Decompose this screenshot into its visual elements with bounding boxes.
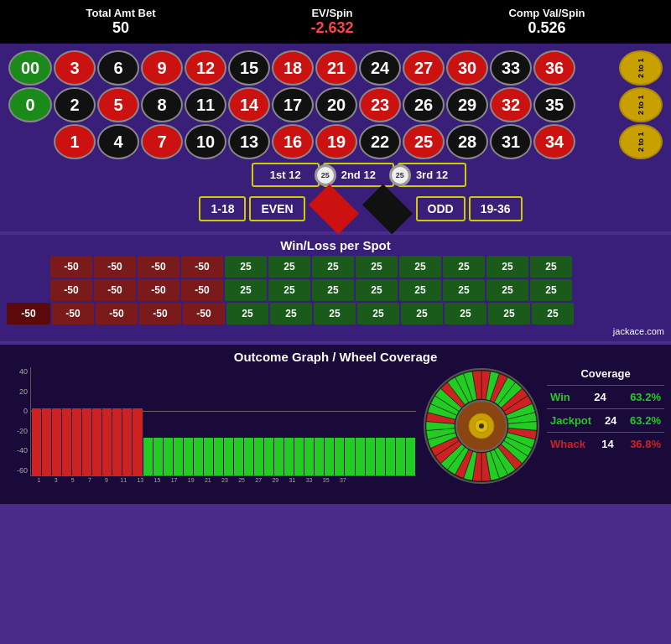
num-11[interactable]: 11 — [185, 87, 226, 122]
num-25[interactable]: 25 — [403, 124, 445, 159]
num-20[interactable]: 20 — [315, 87, 357, 122]
wl-cell: -50 — [94, 279, 136, 301]
diamond-black[interactable] — [362, 184, 413, 234]
wheel-svg — [423, 367, 540, 485]
first-dozen-box[interactable]: 1st 12 — [252, 163, 320, 187]
number-row-3: 1 4 7 10 13 16 19 22 25 28 31 34 — [54, 124, 616, 159]
bar-23 — [254, 438, 263, 475]
num-32[interactable]: 32 — [490, 87, 532, 122]
coverage-win-pct: 63.2% — [630, 391, 661, 403]
side-bet-top[interactable]: 2 to 1 — [619, 50, 663, 86]
winloss-title: Win/Loss per Spot — [7, 238, 664, 252]
single-zero[interactable]: 0 — [8, 87, 52, 122]
coverage-whack-count: 14 — [601, 438, 613, 450]
side-bet-mid[interactable]: 2 to 1 — [619, 87, 663, 122]
num-6[interactable]: 6 — [97, 50, 139, 86]
bar-2 — [42, 408, 51, 475]
bet-even[interactable]: EVEN — [249, 196, 304, 221]
num-30[interactable]: 30 — [446, 50, 488, 86]
bar-38 — [406, 438, 415, 475]
bar-25 — [274, 438, 283, 475]
coverage-win-row: Win 24 63.2% — [547, 387, 664, 407]
num-4[interactable]: 4 — [97, 124, 139, 159]
num-27[interactable]: 27 — [403, 50, 445, 86]
double-zero[interactable]: 00 — [8, 50, 52, 86]
graph-content: 40 20 0 -20 -40 -60 — [7, 367, 664, 497]
bar-37 — [396, 438, 405, 475]
y-label-40: 40 — [7, 367, 30, 376]
num-28[interactable]: 28 — [446, 124, 488, 159]
num-35[interactable]: 35 — [533, 87, 575, 122]
num-17[interactable]: 17 — [272, 87, 314, 122]
bar-22 — [244, 438, 253, 475]
bar-20 — [224, 438, 233, 475]
comp-val-spin-value: 0.526 — [508, 19, 585, 37]
num-18[interactable]: 18 — [272, 50, 314, 86]
num-7[interactable]: 7 — [141, 124, 183, 159]
x-label: 15 — [149, 477, 165, 483]
bar-7 — [92, 408, 101, 475]
num-21[interactable]: 21 — [315, 50, 357, 86]
diamond-red-wrapper[interactable] — [309, 191, 359, 226]
x-label: 5 — [65, 477, 81, 483]
num-29[interactable]: 29 — [446, 87, 488, 122]
wl-cell: 25 — [226, 303, 268, 325]
bottom-bets: 1-18 EVEN ODD 19-36 — [8, 191, 663, 226]
bet-odd[interactable]: ODD — [416, 196, 466, 221]
bar-8 — [102, 408, 112, 475]
graph-title: Outcome Graph / Wheel Coverage — [7, 350, 664, 364]
num-26[interactable]: 26 — [403, 87, 445, 122]
bar-34 — [366, 438, 375, 475]
x-label: 33 — [301, 477, 317, 483]
bar-24 — [264, 438, 273, 475]
num-24[interactable]: 24 — [359, 50, 401, 86]
wl-cell: 25 — [443, 279, 485, 301]
bar-19 — [214, 438, 223, 475]
x-label: 9 — [99, 477, 115, 483]
num-22[interactable]: 22 — [359, 124, 401, 159]
winloss-table: -50 -50 -50 -50 25 25 25 25 25 25 25 25 … — [7, 256, 664, 325]
num-13[interactable]: 13 — [228, 124, 270, 159]
side-bet-bot[interactable]: 2 to 1 — [619, 124, 663, 159]
diamond-black-wrapper[interactable] — [362, 191, 413, 226]
bar-13 — [153, 438, 163, 475]
second-dozen-box[interactable]: 2nd 12 25 — [323, 163, 394, 187]
num-33[interactable]: 33 — [490, 50, 532, 86]
x-label: 31 — [284, 477, 300, 483]
num-36[interactable]: 36 — [533, 50, 575, 86]
bar-6 — [82, 408, 91, 475]
coverage-win-label: Win — [550, 391, 570, 403]
wl-cell: 25 — [312, 256, 354, 278]
num-10[interactable]: 10 — [185, 124, 226, 159]
num-19[interactable]: 19 — [315, 124, 357, 159]
x-label: 17 — [166, 477, 182, 483]
num-15[interactable]: 15 — [228, 50, 270, 86]
third-dozen-chip: 25 — [389, 164, 411, 186]
wl-cell: 25 — [399, 256, 441, 278]
number-row-1: 3 6 9 12 15 18 21 24 27 30 33 36 — [54, 50, 616, 86]
num-14[interactable]: 14 — [228, 87, 270, 122]
coverage-win-count: 24 — [594, 391, 606, 403]
bar-26 — [284, 438, 294, 475]
num-34[interactable]: 34 — [533, 124, 575, 159]
num-1[interactable]: 1 — [54, 124, 96, 159]
x-label: 27 — [251, 477, 267, 483]
wl-cell: -50 — [138, 256, 179, 278]
num-9[interactable]: 9 — [141, 50, 183, 86]
wl-cell: 25 — [357, 303, 399, 325]
y-label-n20: -20 — [7, 427, 30, 435]
bet-19-36[interactable]: 19-36 — [469, 196, 523, 221]
third-dozen-box[interactable]: 3rd 12 25 — [398, 163, 466, 187]
total-amt-bet-label: Total Amt Bet — [86, 7, 155, 19]
diamond-red[interactable] — [309, 184, 359, 234]
num-16[interactable]: 16 — [272, 124, 314, 159]
num-23[interactable]: 23 — [359, 87, 401, 122]
bet-1-18[interactable]: 1-18 — [199, 196, 246, 221]
num-12[interactable]: 12 — [185, 50, 226, 86]
num-31[interactable]: 31 — [490, 124, 532, 159]
num-8[interactable]: 8 — [141, 87, 183, 122]
num-3[interactable]: 3 — [54, 50, 96, 86]
jackace-watermark: jackace.com — [7, 326, 664, 336]
num-5[interactable]: 5 — [97, 87, 139, 122]
num-2[interactable]: 2 — [54, 87, 96, 122]
